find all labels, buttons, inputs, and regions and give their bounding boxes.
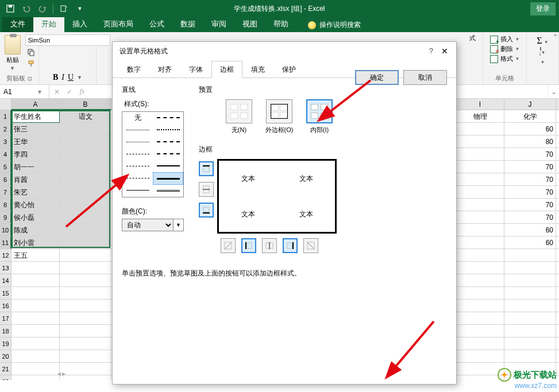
- style-dashdot1[interactable]: [122, 161, 153, 173]
- dialog-titlebar: 设置单元格格式 ? ✕: [113, 42, 456, 60]
- preset-inside-button[interactable]: 内部(I): [304, 99, 334, 134]
- border-right-button[interactable]: [283, 238, 298, 253]
- style-dotted1[interactable]: [122, 124, 153, 136]
- style-dotted2[interactable]: [122, 136, 153, 148]
- svg-rect-21: [247, 243, 252, 249]
- format-cells-dialog: 设置单元格格式 ? ✕ 数字 对齐 字体 边框 填充 保护 直线 样式(S): …: [112, 41, 457, 385]
- dlg-tab-font[interactable]: 字体: [180, 61, 211, 78]
- color-section: 颜色(C): 自动 ▼: [122, 207, 196, 231]
- line-style-list[interactable]: 无: [122, 111, 184, 197]
- border-vmiddle-button[interactable]: [262, 238, 277, 253]
- svg-line-27: [307, 242, 314, 249]
- style-dashdot2[interactable]: [122, 173, 153, 185]
- style-double[interactable]: [153, 185, 183, 197]
- preset-none-button[interactable]: 无(N): [224, 99, 254, 134]
- watermark-logo-icon: ✦: [498, 368, 511, 382]
- style-thick[interactable]: [153, 172, 183, 185]
- border-left-button[interactable]: [241, 238, 256, 253]
- svg-line-19: [225, 242, 232, 249]
- border-top-button[interactable]: [199, 161, 214, 176]
- ok-button[interactable]: 确定: [355, 70, 399, 85]
- border-hmiddle-button[interactable]: [199, 182, 214, 197]
- dlg-tab-fill[interactable]: 填充: [242, 61, 273, 78]
- preset-section: 预置 无(N) 外边框(O) 内部(I): [199, 85, 446, 137]
- style-medium-dash[interactable]: [153, 124, 183, 136]
- style-medium-dashdot2[interactable]: [153, 136, 183, 148]
- border-diag-up-button[interactable]: [221, 238, 236, 253]
- border-section: 边框 文本 文本 文本 文本: [199, 145, 446, 253]
- dialog-help-icon[interactable]: ?: [429, 46, 433, 55]
- svg-rect-16: [203, 207, 209, 212]
- dlg-tab-align[interactable]: 对齐: [149, 61, 180, 78]
- border-diag-down-button[interactable]: [303, 238, 318, 253]
- svg-rect-13: [203, 167, 209, 172]
- dlg-tab-number[interactable]: 数字: [118, 61, 149, 78]
- dlg-tab-border[interactable]: 边框: [211, 61, 242, 78]
- dialog-overlay: 设置单元格格式 ? ✕ 数字 对齐 字体 边框 填充 保护 直线 样式(S): …: [0, 0, 559, 392]
- style-thin[interactable]: [122, 185, 153, 197]
- color-dropdown[interactable]: 自动 ▼: [122, 219, 184, 231]
- border-preview[interactable]: 文本 文本 文本 文本: [217, 159, 337, 234]
- watermark: ✦极光下载站 www.xz7.com: [498, 368, 557, 390]
- preset-outline-button[interactable]: 外边框(O): [264, 99, 294, 134]
- border-bottom-button[interactable]: [199, 203, 214, 218]
- dialog-title: 设置单元格格式: [119, 46, 168, 56]
- hint-text: 单击预置选项、预览草图及上面的按钮可以添加边框样式。: [122, 269, 301, 278]
- dlg-tab-protect[interactable]: 保护: [273, 61, 304, 78]
- style-medium-dashdot[interactable]: [153, 112, 183, 124]
- style-dashed1[interactable]: [122, 148, 153, 160]
- line-section: 直线 样式(S): 无: [122, 85, 196, 197]
- style-medium-dot[interactable]: [153, 148, 183, 160]
- svg-rect-24: [287, 243, 292, 249]
- style-medium[interactable]: [153, 160, 183, 172]
- style-none[interactable]: 无: [122, 112, 153, 124]
- dialog-close-icon[interactable]: ✕: [438, 44, 452, 58]
- cancel-button[interactable]: 取消: [403, 70, 447, 85]
